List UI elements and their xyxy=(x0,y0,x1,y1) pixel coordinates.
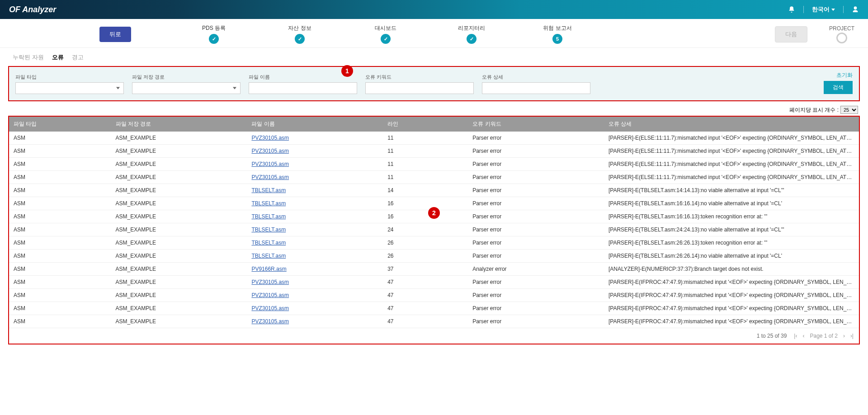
file-link[interactable]: PVZ30105.asm xyxy=(251,318,289,325)
step-dashboard[interactable]: 대시보드 xyxy=(343,24,429,44)
col-error-keyword[interactable]: 오류 키워드 xyxy=(468,117,604,132)
reset-link[interactable]: 초기화 xyxy=(836,71,853,79)
file-path-select[interactable] xyxy=(132,82,241,94)
cell-file-path: ASM_EXAMPLE xyxy=(111,302,247,315)
bell-icon[interactable] xyxy=(788,6,795,13)
file-link[interactable]: PVZ30105.asm xyxy=(251,135,289,141)
step-risk-report[interactable]: 위험 보고서 5 xyxy=(514,24,600,44)
col-file-path[interactable]: 파일 저장 경로 xyxy=(111,117,247,132)
file-type-select[interactable] xyxy=(15,82,124,94)
check-icon xyxy=(467,34,476,44)
table-row[interactable]: ASMASM_EXAMPLEPVZ30105.asm11Parser error… xyxy=(9,158,859,171)
check-icon xyxy=(209,34,219,44)
file-link[interactable]: TBLSELT.asm xyxy=(251,240,286,246)
step-number: 5 xyxy=(552,34,562,44)
tab-warnings[interactable]: 경고 xyxy=(72,53,84,61)
cell-file-type: ASM xyxy=(9,197,111,210)
table-row[interactable]: ASMASM_EXAMPLEPV9166R.asm37Analyzer erro… xyxy=(9,263,859,276)
cell-file-name: PVZ30105.asm xyxy=(247,289,383,302)
step-pds[interactable]: PDS 등록 xyxy=(171,24,257,44)
cell-file-path: ASM_EXAMPLE xyxy=(111,210,247,223)
table-row[interactable]: ASMASM_EXAMPLEPVZ30105.asm11Parser error… xyxy=(9,171,859,184)
file-link[interactable]: TBLSELT.asm xyxy=(251,253,286,259)
cell-error-keyword: Parser error xyxy=(468,223,604,236)
cell-file-type: ASM xyxy=(9,223,111,236)
search-button[interactable]: 검색 xyxy=(824,81,853,94)
pager-range: 1 to 25 of 39 xyxy=(757,333,787,339)
file-link[interactable]: TBLSELT.asm xyxy=(251,187,286,193)
error-keyword-input[interactable] xyxy=(365,82,474,94)
language-selector[interactable]: 한국어 xyxy=(812,5,835,14)
step-repository[interactable]: 리포지터리 xyxy=(429,24,514,44)
file-link[interactable]: TBLSELT.asm xyxy=(251,200,286,207)
col-error-detail[interactable]: 오류 상세 xyxy=(604,117,859,132)
file-link[interactable]: TBLSELT.asm xyxy=(251,226,286,233)
cell-file-type: ASM xyxy=(9,302,111,315)
step-label: 대시보드 xyxy=(375,24,396,32)
cell-error-detail: [PARSER]-E(TBLSELT.asm:26:26.14):no viab… xyxy=(604,250,859,263)
col-file-name[interactable]: 파일 이름 xyxy=(247,117,383,132)
file-link[interactable]: PVZ30105.asm xyxy=(251,292,289,298)
cell-file-path: ASM_EXAMPLE xyxy=(111,250,247,263)
table-row[interactable]: ASMASM_EXAMPLEPVZ30105.asm47Parser error… xyxy=(9,289,859,302)
cell-error-detail: [PARSER]-E(TBLSELT.asm:16:16.14):no viab… xyxy=(604,197,859,210)
tab-missing[interactable]: 누락된 자원 xyxy=(13,53,44,61)
page-size-select[interactable]: 25 xyxy=(840,106,858,114)
cell-file-type: ASM xyxy=(9,132,111,145)
filter-panel: 1 파일 타입 파일 저장 경로 파일 이름 오류 키워드 오류 상세 초기화 … xyxy=(8,66,860,101)
caret-down-icon xyxy=(831,9,835,11)
file-link[interactable]: PVZ30105.asm xyxy=(251,161,289,167)
file-link[interactable]: PV9166R.asm xyxy=(251,266,286,272)
file-link[interactable]: PVZ30105.asm xyxy=(251,148,289,154)
cell-error-detail: [PARSER]-E(IFPROC:47:47.9):mismatched in… xyxy=(604,315,859,328)
cell-error-keyword: Parser error xyxy=(468,302,604,315)
annotation-2: 2 xyxy=(428,207,440,219)
cell-file-name: TBLSELT.asm xyxy=(247,250,383,263)
file-link[interactable]: PVZ30105.asm xyxy=(251,305,289,311)
table-row[interactable]: ASMASM_EXAMPLETBLSELT.asm26Parser error[… xyxy=(9,236,859,250)
file-link[interactable]: PVZ30105.asm xyxy=(251,174,289,180)
cell-file-name: PVZ30105.asm xyxy=(247,171,383,184)
cell-line: 37 xyxy=(383,263,468,276)
step-asset-info[interactable]: 자산 정보 xyxy=(257,24,343,44)
back-button[interactable]: 뒤로 xyxy=(99,27,131,42)
tab-errors[interactable]: 오류 xyxy=(52,53,64,61)
table-row[interactable]: ASMASM_EXAMPLETBLSELT.asm24Parser error[… xyxy=(9,223,859,236)
check-icon xyxy=(381,34,391,44)
table-row[interactable]: ASMASM_EXAMPLEPVZ30105.asm47Parser error… xyxy=(9,276,859,289)
pager-prev[interactable]: ‹ xyxy=(802,333,804,339)
table-row[interactable]: ASMASM_EXAMPLEPVZ30105.asm47Parser error… xyxy=(9,302,859,315)
cell-error-detail: [PARSER]-E(TBLSELT.asm:16:16.13):token r… xyxy=(604,210,859,223)
file-link[interactable]: PVZ30105.asm xyxy=(251,279,289,285)
pager-next[interactable]: › xyxy=(843,333,845,339)
cell-line: 14 xyxy=(383,184,468,197)
table-row[interactable]: ASMASM_EXAMPLETBLSELT.asm26Parser error[… xyxy=(9,250,859,263)
cell-error-keyword: Parser error xyxy=(468,158,604,171)
cell-file-name: PVZ30105.asm xyxy=(247,315,383,328)
cell-error-keyword: Parser error xyxy=(468,197,604,210)
cell-line: 11 xyxy=(383,145,468,158)
cell-error-keyword: Parser error xyxy=(468,210,604,223)
file-name-input[interactable] xyxy=(249,82,357,94)
user-icon[interactable] xyxy=(852,6,859,13)
cell-error-detail: [PARSER]-E(IFPROC:47:47.9):mismatched in… xyxy=(604,302,859,315)
table-row[interactable]: ASMASM_EXAMPLEPVZ30105.asm11Parser error… xyxy=(9,132,859,145)
project-indicator: PROJECT xyxy=(829,25,854,43)
col-line[interactable]: 라인 xyxy=(383,117,468,132)
table-row[interactable]: ASMASM_EXAMPLEPVZ30105.asm11Parser error… xyxy=(9,145,859,158)
cell-line: 24 xyxy=(383,223,468,236)
error-detail-input[interactable] xyxy=(482,82,590,94)
table-row[interactable]: ASMASM_EXAMPLETBLSELT.asm14Parser error[… xyxy=(9,184,859,197)
col-file-type[interactable]: 파일 타입 xyxy=(9,117,111,132)
table-row[interactable]: ASMASM_EXAMPLEPVZ30105.asm47Parser error… xyxy=(9,315,859,328)
pager-first[interactable]: |‹ xyxy=(794,333,797,339)
project-label: PROJECT xyxy=(829,25,854,32)
error-keyword-label: 오류 키워드 xyxy=(365,74,474,80)
cell-error-detail: [PARSER]-E(TBLSELT.asm:26:26.13):token r… xyxy=(604,236,859,250)
file-link[interactable]: TBLSELT.asm xyxy=(251,213,286,220)
divider xyxy=(803,6,804,13)
cell-error-keyword: Parser error xyxy=(468,171,604,184)
cell-file-path: ASM_EXAMPLE xyxy=(111,145,247,158)
pager-last[interactable]: ›| xyxy=(850,333,854,339)
cell-line: 16 xyxy=(383,210,468,223)
